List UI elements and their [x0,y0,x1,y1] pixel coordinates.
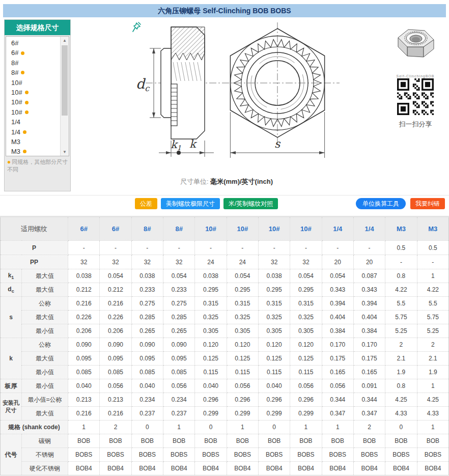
spec-list-item[interactable]: M3 [6,137,60,147]
page-title: 六角压铆螺母 Self-Clinching BOB BOBS [3,4,446,17]
table-cell-value: 5.75 [417,311,448,324]
table-cell-value: 0.212 [100,283,131,297]
toolbar-button[interactable]: 米/英制螺纹对照 [223,198,278,209]
table-cell-value: 0.226 [68,311,100,324]
table-cell-value: 0.295 [290,283,322,297]
toolbar-button[interactable]: 美制螺纹极限尺寸 [161,198,220,209]
table-cell-value: 0.344 [322,393,353,407]
spec-list-item[interactable]: 1/4 [6,117,60,127]
table-cell-value: 5.25 [385,324,417,338]
table-cell-value: 0.404 [322,311,353,324]
section-divider [0,195,449,195]
table-cell-value: 20 [353,255,385,269]
row-sublabel: 最大值 [22,352,68,366]
spec-list: 6#6#8#8#10#10#10#10#1/41/4M3M3 [6,38,60,156]
row-label: PP [1,255,68,269]
table-cell-value: 4.25 [385,393,417,407]
table-cell-value: BOBS [417,448,448,462]
toolbar-button[interactable]: 我要纠错 [410,198,445,209]
drawing-area: dc k1 k [71,19,382,191]
row-sublabel: 公称 [22,297,68,311]
table-cell-value: 0.056 [290,379,322,393]
spec-list-item[interactable]: 10# [6,78,60,88]
table-cell-value: 0.165 [322,366,353,379]
table-cell-value: 0.295 [258,283,290,297]
table-corner-header: 适用螺纹 [1,217,68,241]
spec-list-scrollbar[interactable]: ▲ ▼ [60,37,69,156]
table-cell-value: 0.090 [163,338,194,352]
table-cell-value: BOB4 [322,462,353,475]
table-cell-value: 0.056 [100,379,131,393]
table-cell-value: 0.285 [131,311,163,324]
spec-list-item[interactable]: 6# [6,48,60,58]
spec-list-item[interactable]: 6# [6,38,60,48]
spec-list-item[interactable]: 10# [6,97,60,107]
unit-caption: 尺寸单位: 毫米(mm)/英寸(inch) [71,177,382,186]
table-cell-value: BOB [68,434,100,448]
row-sublabel: 不锈钢 [22,448,68,462]
row-sublabel: 公称 [22,338,68,352]
spec-list-item[interactable]: 10# [6,107,60,117]
row-group-label: s [1,297,22,338]
table-cell-value: 0 [385,421,417,434]
row-group-label: k [1,338,22,379]
thread-spec-column-header: 10# [195,217,227,241]
table-cell-value: 0.085 [131,366,163,379]
spec-list-item[interactable]: M3 [6,147,60,156]
svg-text:k: k [189,138,197,150]
table-cell-value: 0.5 [417,241,448,255]
toolbar-button[interactable]: 单位换算工具 [356,198,406,209]
table-cell-value: 4.25 [417,393,448,407]
scroll-up-icon[interactable]: ▲ [61,37,69,44]
row-sublabel: 最小值 [22,379,68,393]
table-cell-value: 0.212 [68,283,100,297]
table-cell-value: 0.125 [258,352,290,366]
table-cell-value: BOBS [227,448,258,462]
table-row: PP32323232242432322020-- [1,255,449,269]
spec-list-item[interactable]: 8# [6,68,60,77]
table-cell-value: 0.305 [227,324,258,338]
spec-list-item[interactable]: 1/4 [6,127,60,137]
table-cell-value: 0.085 [68,366,100,379]
spec-list-item-label: 1/4 [11,127,20,137]
table-cell-value: 0.296 [290,393,322,407]
table-cell-value: 0.038 [258,269,290,283]
scroll-thumb[interactable] [62,45,68,116]
table-cell-value: 0.237 [163,407,194,421]
table-cell-value: 0.038 [195,269,227,283]
table-cell-value: 0.054 [322,269,353,283]
spec-list-item[interactable]: 10# [6,88,60,97]
spec-table: 适用螺纹6#6#8#8#10#10#10#10#1/41/4M3M3 P----… [0,216,449,475]
table-cell-value: - [322,241,353,255]
scroll-down-icon[interactable]: ▼ [61,148,69,156]
table-cell-value: 0.054 [227,269,258,283]
table-row: 代号碳钢BOBBOBBOBBOBBOBBOBBOBBOBBOBBOBBOBBOB [1,434,449,448]
table-cell-value: 0.087 [353,269,385,283]
table-cell-value: 0.296 [227,393,258,407]
table-row: 最大值0.2160.2160.2370.2370.2990.2990.2990.… [1,407,449,421]
qr-caption: 扫一扫分享 [382,120,449,129]
table-cell-value: 1 [227,421,258,434]
table-row: 最小值0.2060.2060.2650.2650.3050.3050.3050.… [1,324,449,338]
table-cell-value: BOB [131,434,163,448]
table-cell-value: BOBS [290,448,322,462]
table-row: P----------0.50.5 [1,241,449,255]
table-cell-value: 2.1 [417,352,448,366]
table-cell-value: BOB4 [100,462,131,475]
table-cell-value: 0.095 [163,352,194,366]
spec-list-item[interactable]: 8# [6,58,60,68]
table-cell-value: BOB [100,434,131,448]
table-cell-value: 0.213 [68,393,100,407]
table-cell-value: 20 [322,255,353,269]
table-cell-value: 0.095 [131,352,163,366]
table-cell-value: 1 [417,421,448,434]
spec-list-item-label: 6# [11,38,18,48]
spec-list-item-label: 8# [11,58,18,68]
table-cell-value: BOB4 [417,462,448,475]
table-cell-value: 0.085 [163,366,194,379]
row-group-label: dc [1,283,22,297]
toolbar-button[interactable]: 公差 [135,198,157,209]
table-cell-value: BOB4 [131,462,163,475]
spec-sidebar: 选择规格尺寸 6#6#8#8#10#10#10#10#1/41/4M3M3 ▲ … [4,19,71,191]
table-cell-value: - [163,241,194,255]
